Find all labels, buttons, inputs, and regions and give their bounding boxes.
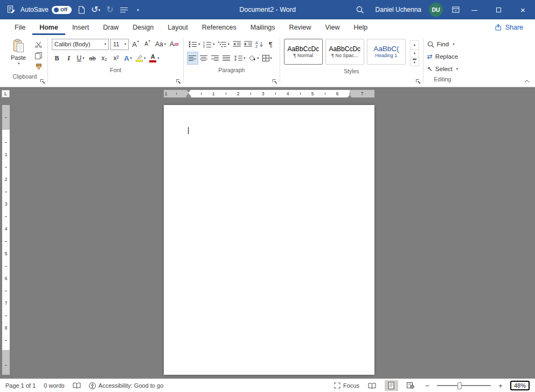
autosave-toggle[interactable]: AutoSave Off [20, 6, 72, 14]
copy-button[interactable] [33, 51, 44, 60]
styles-dialog-launcher[interactable] [416, 79, 421, 84]
tab-draw[interactable]: Draw [96, 19, 126, 35]
tab-view[interactable]: View [318, 19, 347, 35]
find-button[interactable]: Find ▾ [427, 39, 458, 50]
paragraph-dialog-launcher[interactable] [273, 79, 277, 84]
tab-review[interactable]: Review [282, 19, 318, 35]
user-name[interactable]: Daniel Uchenna [376, 6, 421, 13]
horizontal-ruler[interactable]: 1 1 2 3 4 5 6 7 [164, 90, 374, 97]
page-indicator[interactable]: Page 1 of 1 [5, 382, 36, 389]
tab-stop-selector[interactable]: L [2, 90, 10, 97]
decrease-indent-button[interactable] [232, 38, 242, 50]
borders-button[interactable]: ▾ [261, 52, 273, 64]
quick-access-toolbar-icon[interactable] [120, 4, 128, 16]
proofing-button[interactable] [73, 382, 81, 389]
tab-references[interactable]: References [195, 19, 244, 35]
maximize-button[interactable] [487, 0, 511, 19]
accessibility-status[interactable]: Accessibility: Good to go [89, 382, 163, 389]
word-count[interactable]: 0 words [44, 382, 65, 389]
editing-group-label: Editing [434, 76, 451, 82]
cut-button[interactable] [33, 40, 44, 49]
customize-toolbar-chevron-icon[interactable]: ▾ [134, 4, 142, 16]
tab-file[interactable]: File [8, 19, 32, 35]
zoom-out-button[interactable]: − [423, 382, 431, 390]
focus-button[interactable]: Focus [334, 382, 359, 389]
document-page[interactable] [164, 105, 374, 375]
increase-indent-button[interactable] [243, 38, 253, 50]
paste-button[interactable]: Paste ▾ [6, 37, 31, 72]
text-effects-button[interactable]: A ▾ [123, 52, 133, 64]
style-normal[interactable]: AaBbCcDc ¶ Normal [284, 39, 323, 65]
right-indent-marker[interactable] [348, 95, 352, 97]
search-icon[interactable] [356, 4, 365, 16]
font-color-button[interactable]: A ▾ [148, 52, 160, 64]
web-layout-button[interactable] [404, 380, 418, 391]
close-button[interactable]: × [511, 0, 535, 19]
show-formatting-marks-button[interactable]: ¶ [266, 38, 276, 50]
bold-button[interactable]: B [52, 52, 62, 64]
styles-more-button[interactable]: ▾ [411, 58, 419, 66]
font-size-select[interactable]: 11 ▾ [110, 39, 129, 50]
tab-layout[interactable]: Layout [161, 19, 195, 35]
font-name-select[interactable]: Calibri (Body) ▾ [52, 39, 109, 50]
share-button[interactable]: Share [488, 19, 531, 35]
select-button[interactable]: ↖ Select ▾ [427, 64, 458, 74]
styles-scroll-up-button[interactable]: ▴ [411, 41, 419, 50]
change-case-button[interactable]: Aa ▾ [154, 38, 167, 50]
minimize-button[interactable]: ─ [462, 0, 487, 19]
bullets-button[interactable]: ▾ [187, 38, 201, 50]
multilevel-list-button[interactable]: ▾ [217, 38, 231, 50]
replace-button[interactable]: ⇄ Replace [427, 51, 458, 62]
align-right-button[interactable] [210, 52, 220, 64]
shading-button[interactable]: ▾ [247, 52, 260, 64]
font-dialog-launcher[interactable] [176, 79, 181, 84]
italic-button[interactable]: I [64, 52, 74, 64]
print-layout-button[interactable] [385, 380, 398, 391]
focus-icon [334, 382, 341, 389]
clear-formatting-button[interactable]: A [169, 38, 179, 50]
ribbon-display-options-icon[interactable] [451, 4, 460, 16]
sort-button[interactable]: AZ [254, 38, 265, 50]
strikethrough-button[interactable]: ab [87, 52, 98, 64]
justify-button[interactable] [221, 52, 232, 64]
tab-design[interactable]: Design [126, 19, 161, 35]
align-left-button[interactable] [187, 52, 198, 64]
zoom-slider-thumb[interactable] [457, 382, 462, 389]
tab-home[interactable]: Home [32, 19, 65, 35]
numbering-button[interactable]: 123 ▾ [202, 38, 216, 50]
underline-button[interactable]: U ▾ [75, 52, 86, 64]
superscript-button[interactable]: x² [111, 52, 121, 64]
redo-button[interactable]: ↻ [106, 4, 114, 16]
read-mode-button[interactable] [365, 380, 379, 391]
style-no-spacing[interactable]: AaBbCcDc ¶ No Spac... [325, 39, 364, 65]
tab-help[interactable]: Help [346, 19, 374, 35]
tab-insert[interactable]: Insert [65, 19, 96, 35]
line-spacing-button[interactable]: ▾ [233, 52, 246, 64]
left-indent-marker[interactable] [186, 96, 191, 97]
accessibility-icon [89, 382, 96, 389]
autosave-pill[interactable]: Off [52, 6, 72, 14]
shrink-font-button[interactable]: A ▾ [142, 38, 152, 50]
svg-text:Z: Z [255, 45, 258, 48]
zoom-in-button[interactable]: + [497, 382, 504, 390]
first-line-indent-marker[interactable] [186, 90, 191, 93]
align-center-button[interactable] [199, 52, 209, 64]
maximize-icon [496, 8, 501, 12]
subscript-button[interactable]: x₂ [99, 52, 109, 64]
zoom-slider[interactable] [437, 385, 491, 386]
highlight-button[interactable]: ▾ [135, 52, 147, 64]
tab-mailings[interactable]: Mailings [244, 19, 282, 35]
collapse-ribbon-button[interactable] [524, 80, 530, 83]
line-spacing-chevron-icon: ▾ [244, 57, 245, 60]
format-painter-button[interactable] [33, 62, 44, 72]
shading-icon [248, 55, 256, 61]
vertical-ruler[interactable]: 1 2 3 4 5 6 7 8 [2, 105, 10, 375]
avatar[interactable]: DU [429, 3, 443, 17]
save-icon[interactable] [77, 4, 86, 16]
zoom-level[interactable]: 48% [510, 381, 530, 390]
grow-font-button[interactable]: A ▴ [130, 38, 141, 50]
style-heading-1[interactable]: AaBbC( Heading 1 [367, 39, 406, 65]
clipboard-dialog-launcher[interactable] [40, 79, 45, 84]
styles-scroll-down-button[interactable]: ▾ [411, 50, 419, 58]
undo-button[interactable]: ↺ ▾ [91, 4, 100, 16]
